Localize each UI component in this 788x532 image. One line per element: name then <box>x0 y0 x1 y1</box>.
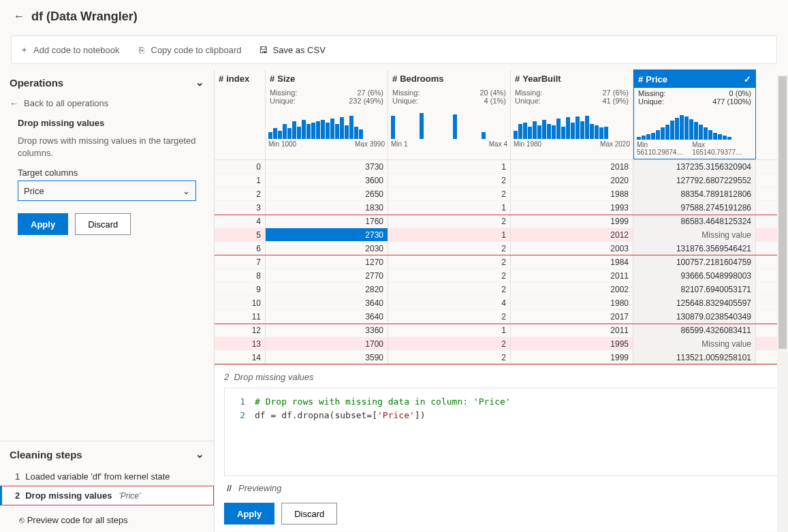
table-row[interactable]: 1360022020127792.6807229552 <box>215 174 788 187</box>
copy-code-button[interactable]: ⎘ Copy code to clipboard <box>136 44 242 55</box>
apply-button[interactable]: Apply <box>18 213 68 235</box>
min-label: Min 1 <box>391 140 407 148</box>
histogram-bar <box>704 127 708 140</box>
table-row[interactable]: 10364041980125648.8329405597 <box>215 296 788 310</box>
missing-value: 27 (6%) <box>357 89 383 97</box>
histogram <box>266 106 388 139</box>
histogram-bar <box>537 125 541 139</box>
column-index[interactable]: # index <box>215 69 266 159</box>
cell-size: 3640 <box>266 296 388 309</box>
column-label: Bedrooms <box>400 74 443 84</box>
table-row[interactable]: 1233601201186599.4326083411 <box>215 324 788 337</box>
table-row[interactable]: 827702201193666.5048998003 <box>215 269 788 283</box>
unique-value: 477 (100%) <box>712 97 751 106</box>
cell-price: 100757.2181604759 <box>633 255 756 268</box>
column-header[interactable]: # Bedrooms <box>388 69 510 87</box>
table-row[interactable]: 5273012012Missing value <box>215 228 788 242</box>
cell-yearbuilt: 2018 <box>511 160 633 173</box>
apply-code-button[interactable]: Apply <box>224 503 274 525</box>
column-header[interactable]: # Price✓ <box>634 70 755 88</box>
back-link-label: Back to all operations <box>24 98 108 108</box>
histogram-bar <box>283 124 287 139</box>
max-label: Max 165140.79377… <box>692 141 753 156</box>
steps-heading: Cleaning steps ⌄ <box>0 441 214 467</box>
column-year[interactable]: # YearBuilt Missing:27 (6%) Unique:41 (9… <box>511 69 633 159</box>
cell-price: 88354.7891812806 <box>633 187 756 200</box>
histogram <box>634 107 755 140</box>
cell-index: 13 <box>215 337 266 350</box>
table-row[interactable]: 11364022017130879.0238540349 <box>215 310 788 324</box>
cell-bedrooms: 2 <box>388 283 511 296</box>
scrollbar-thumb[interactable] <box>778 76 787 349</box>
histogram-bar <box>311 123 315 139</box>
step-item-2[interactable]: 2 Drop missing values 'Price' <box>0 486 214 505</box>
back-to-operations-link[interactable]: ← Back to all operations <box>0 93 214 114</box>
histogram-bar <box>321 120 325 139</box>
cell-yearbuilt: 1984 <box>511 255 633 268</box>
cell-index: 10 <box>215 296 266 309</box>
operation-title: Drop missing values <box>0 114 214 132</box>
histogram-bar <box>580 121 584 139</box>
cell-yearbuilt: 2011 <box>511 269 633 282</box>
step-num: 2 <box>15 490 20 501</box>
histogram-bar <box>349 116 353 139</box>
operation-description: Drop rows with missing values in the tar… <box>0 132 214 168</box>
add-code-button[interactable]: ＋ Add code to notebook <box>18 44 120 55</box>
cell-bedrooms: 2 <box>388 351 511 364</box>
cell-yearbuilt: 2011 <box>511 324 633 337</box>
column-header[interactable]: # index <box>215 69 265 87</box>
missing-label: Missing: <box>515 89 542 97</box>
discard-button[interactable]: Discard <box>75 213 131 235</box>
cell-bedrooms: 1 <box>388 324 511 337</box>
unique-label: Unique: <box>270 97 296 105</box>
target-columns-select[interactable]: Price ⌄ <box>18 181 196 201</box>
histogram-bar <box>680 115 684 140</box>
table-row[interactable]: 0373012018137235.3156320904 <box>215 160 788 174</box>
table-row[interactable]: 226502198888354.7891812806 <box>215 187 788 201</box>
cell-bedrooms: 4 <box>388 296 511 309</box>
cell-price: 86599.4326083411 <box>633 324 756 337</box>
operations-heading: Operations ⌄ <box>0 69 214 93</box>
code-editor[interactable]: 1# Drop rows with missing data in column… <box>224 388 778 476</box>
data-grid[interactable]: 0373012018137235.31563209041360022020127… <box>215 160 788 364</box>
histogram-bar <box>518 124 522 139</box>
table-row[interactable]: 417602199986583.4648125324 <box>215 215 788 228</box>
cell-bedrooms: 2 <box>388 269 511 282</box>
table-row[interactable]: 318301199397588.2745191286 <box>215 201 788 215</box>
step-item-1[interactable]: 1 Loaded variable 'df' from kernel state <box>0 467 214 486</box>
cell-size: 1830 <box>266 201 388 214</box>
cell-price: 97588.2745191286 <box>633 201 756 214</box>
column-price[interactable]: # Price✓ Missing:0 (0%) Unique:477 (100%… <box>633 69 756 159</box>
back-arrow-icon[interactable]: ← <box>14 10 25 22</box>
column-size[interactable]: # Size Missing:27 (6%) Unique:232 (49%) … <box>266 69 388 159</box>
table-row[interactable]: 13170021995Missing value <box>215 337 788 351</box>
column-bed[interactable]: # Bedrooms Missing:20 (4%) Unique:4 (1%)… <box>388 69 511 159</box>
histogram-bar <box>326 123 330 139</box>
cell-yearbuilt: 2002 <box>511 283 633 296</box>
chevron-down-icon[interactable]: ⌄ <box>195 76 204 89</box>
table-row[interactable]: 6203022003131876.3569546421 <box>215 242 788 255</box>
chevron-down-icon[interactable]: ⌄ <box>195 448 204 460</box>
cell-bedrooms: 2 <box>388 187 511 200</box>
save-csv-button[interactable]: 🖫 Save as CSV <box>257 44 325 55</box>
histogram-bar <box>528 127 532 139</box>
save-csv-label: Save as CSV <box>272 45 325 55</box>
histogram-bar <box>646 134 650 140</box>
histogram-bar <box>571 123 575 139</box>
table-row[interactable]: 928202200282107.6940053171 <box>215 283 788 296</box>
cleaning-steps-panel: Cleaning steps ⌄ 1 Loaded variable 'df' … <box>0 441 214 532</box>
histogram-bar <box>482 132 486 139</box>
preview-all-link[interactable]: ⎋ Preview code for all steps <box>0 505 214 532</box>
cell-bedrooms: 2 <box>388 255 511 268</box>
column-header[interactable]: # YearBuilt <box>511 69 633 87</box>
cell-bedrooms: 2 <box>388 215 511 228</box>
histogram-bar <box>306 124 311 139</box>
discard-code-button[interactable]: Discard <box>281 503 337 525</box>
histogram-bar <box>713 133 717 140</box>
histogram-bar <box>718 134 722 140</box>
table-row[interactable]: 14359021999113521.0059258101 <box>215 351 788 364</box>
column-header[interactable]: # Size <box>266 69 388 87</box>
unique-label: Unique: <box>638 97 664 106</box>
table-row[interactable]: 7127021984100757.2181604759 <box>215 255 788 269</box>
scrollbar[interactable] <box>777 75 788 532</box>
